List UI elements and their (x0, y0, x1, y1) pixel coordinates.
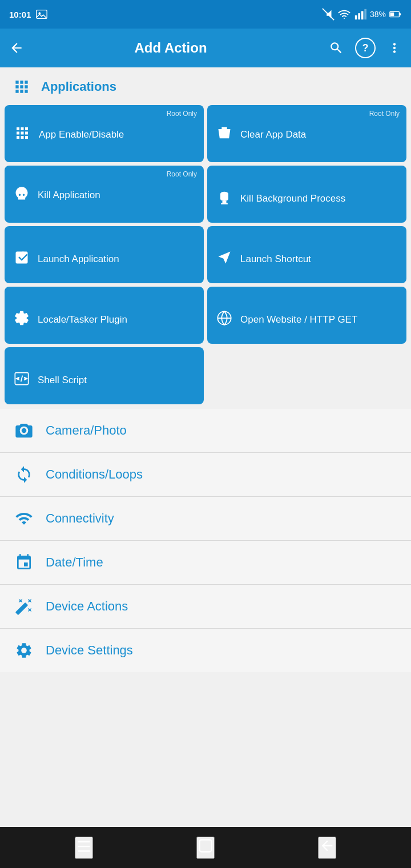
category-item-conditions[interactable]: Conditions/Loops (0, 453, 411, 497)
app-enable-disable-label: App Enable/Disable (39, 128, 124, 140)
launch-shortcut-button[interactable]: Launch Shortcut (207, 226, 406, 283)
applications-section-header: Applications (0, 67, 411, 103)
clear-app-data-button[interactable]: Root Only Clear App Data (207, 105, 406, 162)
open-website-button[interactable]: Open Website / HTTP GET (207, 287, 406, 344)
signal-icon (354, 8, 366, 21)
gear-icon (14, 641, 34, 660)
status-icons: 38% (322, 8, 402, 21)
time-display: 10:01 (9, 10, 31, 19)
svg-rect-8 (399, 13, 401, 15)
shell-icon (14, 371, 30, 391)
kill-background-process-label: Kill Background Process (240, 192, 345, 204)
status-bar: 10:01 38% (0, 0, 411, 29)
root-only-badge-2: Root Only (369, 110, 400, 118)
battery-text: 38% (370, 10, 386, 19)
launch-icon (14, 250, 30, 270)
nav-back-icon (319, 838, 335, 854)
launch-application-label: Launch Application (38, 253, 119, 265)
svg-line-2 (323, 9, 334, 20)
more-button[interactable] (387, 41, 402, 55)
grave-icon (216, 189, 232, 209)
svg-rect-3 (355, 15, 357, 19)
svg-rect-6 (364, 9, 366, 19)
launch-shortcut-label: Launch Shortcut (240, 253, 311, 265)
kill-application-button[interactable]: Root Only Kill Application (5, 166, 204, 223)
app-bar: Add Action ? (0, 29, 411, 67)
app-bar-actions: ? (329, 38, 402, 58)
app-enable-disable-button[interactable]: Root Only App Enable/Disable (5, 105, 204, 162)
nav-menu-icon (76, 838, 92, 854)
svg-rect-14 (222, 195, 227, 196)
page-title: Add Action (22, 40, 320, 56)
more-icon (387, 41, 402, 55)
clear-app-data-label: Clear App Data (240, 128, 306, 140)
device-actions-label: Device Actions (46, 599, 128, 614)
locale-tasker-plugin-label: Locale/Tasker Plugin (38, 314, 127, 326)
mute-icon (322, 8, 335, 21)
help-icon: ? (355, 38, 376, 58)
shell-script-label: Shell Script (38, 374, 87, 386)
svg-rect-11 (223, 201, 227, 203)
device-settings-label: Device Settings (46, 643, 133, 658)
connectivity-icon (14, 509, 34, 528)
nav-home-icon (198, 838, 213, 854)
category-item-device-settings[interactable]: Device Settings (0, 629, 411, 672)
main-content: Applications Root Only App Enable/Disabl… (0, 67, 411, 713)
skull-icon (14, 186, 30, 206)
camera-icon (14, 421, 34, 440)
category-list: Camera/Photo Conditions/Loops Connectivi… (0, 409, 411, 672)
nav-spacer (0, 672, 411, 713)
help-button[interactable]: ? (355, 38, 376, 58)
nav-bar (0, 827, 411, 868)
wifi-icon (338, 8, 350, 21)
gallery-icon (35, 8, 48, 21)
category-item-datetime[interactable]: Date/Time (0, 541, 411, 585)
camera-photo-label: Camera/Photo (46, 423, 127, 438)
svg-rect-9 (390, 13, 394, 16)
wand-icon (14, 597, 34, 616)
root-only-badge-3: Root Only (167, 170, 197, 178)
puzzle-icon (14, 310, 30, 330)
globe-icon (216, 310, 232, 330)
kill-background-process-button[interactable]: Kill Background Process (207, 166, 406, 223)
nav-home-button[interactable] (196, 837, 215, 859)
search-button[interactable] (329, 41, 344, 55)
open-website-label: Open Website / HTTP GET (240, 314, 357, 326)
grid-apps-icon (14, 124, 31, 146)
applications-icon (11, 78, 32, 96)
applications-grid: Root Only App Enable/Disable Root Only C… (0, 103, 411, 409)
battery-icon (389, 8, 402, 21)
nav-back-button[interactable] (318, 837, 336, 859)
category-item-connectivity[interactable]: Connectivity (0, 497, 411, 541)
svg-rect-5 (361, 11, 364, 20)
category-item-camera[interactable]: Camera/Photo (0, 409, 411, 453)
connectivity-label: Connectivity (46, 511, 114, 526)
category-item-device-actions[interactable]: Device Actions (0, 585, 411, 629)
grid-icon (13, 78, 31, 96)
trash-icon (216, 125, 232, 145)
conditions-loops-label: Conditions/Loops (46, 467, 143, 482)
svg-rect-17 (199, 839, 211, 851)
shell-script-button[interactable]: Shell Script (5, 347, 204, 404)
loop-icon (14, 465, 34, 484)
calendar-icon (14, 553, 34, 572)
locale-tasker-plugin-button[interactable]: Locale/Tasker Plugin (5, 287, 204, 344)
svg-rect-4 (358, 13, 360, 19)
nav-menu-button[interactable] (75, 837, 93, 859)
search-icon (329, 41, 344, 55)
applications-title: Applications (41, 79, 116, 94)
kill-application-label: Kill Application (38, 189, 100, 201)
shortcut-icon (216, 250, 232, 270)
launch-application-button[interactable]: Launch Application (5, 226, 204, 283)
root-only-badge-1: Root Only (167, 110, 197, 118)
status-time: 10:01 (9, 8, 48, 21)
date-time-label: Date/Time (46, 555, 103, 570)
svg-rect-12 (221, 203, 228, 204)
